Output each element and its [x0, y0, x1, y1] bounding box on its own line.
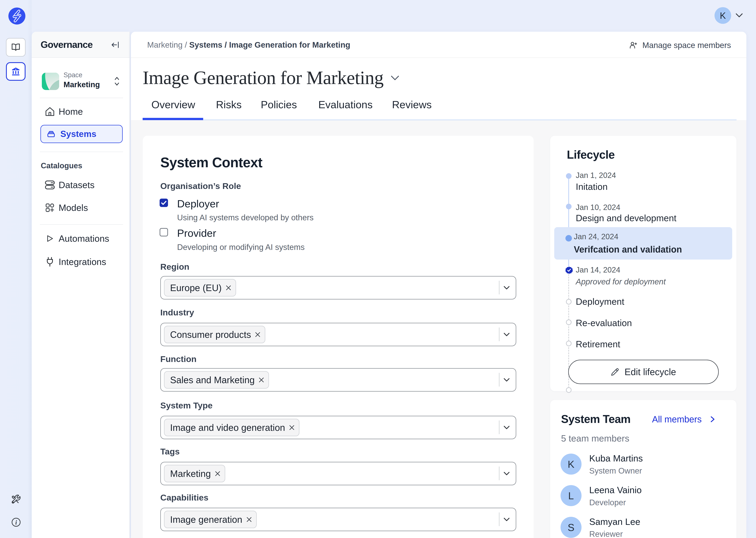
svg-text:i: i: [15, 519, 17, 526]
